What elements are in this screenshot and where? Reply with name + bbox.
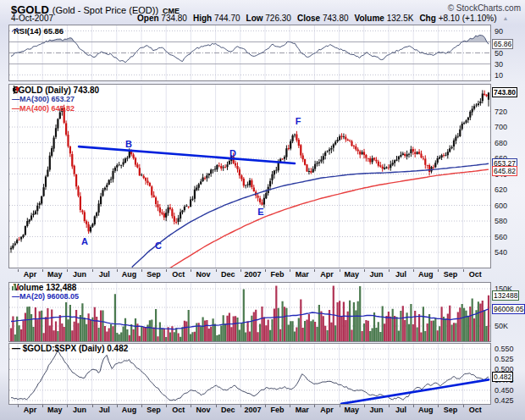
month-tick — [389, 269, 390, 272]
month-label: May — [344, 406, 359, 414]
ma300-line — [132, 163, 489, 267]
month-label: Jun — [369, 270, 383, 279]
annotation-F: F — [296, 116, 301, 126]
axis-tick-label: 700 — [495, 123, 507, 131]
month-label: Dec — [221, 406, 235, 414]
price-value-box: 743.80 — [492, 87, 517, 97]
axis-tick-label: 30 — [495, 60, 503, 69]
month-label: Sep — [146, 406, 161, 414]
month-label: Aug — [418, 406, 434, 414]
month-tick — [240, 269, 241, 272]
quote-change: Chg +8.10 (+1.10%) — [419, 14, 496, 23]
month-tick — [67, 269, 68, 272]
month-label: Jun — [73, 270, 86, 279]
annotation-D: D — [229, 148, 236, 158]
month-tick — [92, 405, 93, 407]
month-tick — [438, 405, 439, 407]
quote-close: Close 743.80 — [297, 14, 349, 23]
month-tick — [389, 405, 390, 407]
ma400-line-swatch: — — [12, 104, 19, 113]
volume-value: 132,488 — [46, 283, 76, 292]
month-label: Nov — [196, 406, 210, 414]
rsi-overbought-fill — [11, 36, 489, 63]
volume-panel: Volume 132,488 —MA(20) 96008.05 — [8, 282, 491, 342]
month-tick — [314, 405, 315, 407]
month-label: Sep — [444, 270, 458, 279]
month-tick — [18, 269, 19, 272]
month-tick — [364, 405, 365, 407]
month-tick — [290, 405, 290, 407]
month-label: Aug — [122, 270, 137, 279]
month-tick — [413, 269, 414, 272]
price-value: 743.80 — [74, 86, 100, 95]
month-tick — [18, 405, 19, 407]
rsi-value-box: 65.86 — [492, 39, 513, 49]
axis-tick-label: 620 — [495, 185, 507, 194]
month-label: May — [344, 270, 359, 279]
axis-tick-label: 680 — [495, 139, 507, 147]
axis-tick-label: 0.550 — [495, 345, 514, 353]
month-tick — [117, 405, 118, 407]
axis-tick-label: 720 — [495, 108, 507, 116]
month-tick — [42, 269, 43, 272]
ma400-value-box: 645.82 — [492, 166, 517, 176]
price-legend: $GOLD (Daily) 743.80 — [12, 86, 99, 95]
quote-open: Open 734.80 — [137, 14, 187, 23]
ma300-line-swatch: — — [12, 95, 19, 103]
price-chart-panel: ABCDEF $GOLD (Daily) 743.80 —MA(300) 653… — [8, 84, 491, 268]
month-label: Aug — [418, 270, 434, 279]
ratio-legend: — $GOLD:$SPX (Daily) 0.482 — [12, 344, 128, 353]
month-tick — [216, 269, 217, 272]
month-tick — [92, 269, 93, 272]
month-label: Apr — [320, 270, 334, 279]
month-label: Jul — [99, 270, 110, 279]
ratio-x-axis: AprMayJunJulAugSepOctNovDec2007FebMarApr… — [8, 405, 491, 416]
month-tick — [240, 405, 241, 407]
axis-tick-label: 560 — [495, 233, 507, 241]
month-tick — [216, 405, 217, 407]
stockcharts-copyright: © StockCharts.com — [448, 3, 521, 13]
change-up-arrow-icon: ▲ — [503, 15, 509, 21]
month-tick — [42, 405, 43, 407]
month-label: Feb — [271, 406, 285, 414]
volume-plot — [9, 283, 490, 341]
month-label: Oct — [469, 406, 482, 414]
month-label: Apr — [24, 270, 37, 279]
quote-high: High 744.70 — [193, 14, 240, 23]
annotation-B: B — [125, 139, 132, 149]
month-label: Jun — [369, 406, 383, 414]
month-tick — [463, 405, 464, 407]
stockcharts-chart-frame: $GOLD(Gold - Spot Price (EOD))CME © Stoc… — [0, 0, 525, 420]
axis-tick-label: 90 — [495, 27, 503, 36]
month-label: 2007 — [244, 270, 261, 279]
chart-date: 4-Oct-2007 — [11, 14, 53, 23]
month-label: Nov — [196, 270, 210, 279]
month-tick — [438, 269, 439, 272]
month-label: Oct — [469, 270, 482, 279]
month-tick — [117, 269, 118, 272]
axis-tick-label: 0.425 — [495, 396, 514, 405]
gold-spx-ratio-panel: — $GOLD:$SPX (Daily) 0.482 — [8, 343, 491, 405]
month-label: Jul — [99, 406, 110, 414]
month-tick — [290, 269, 290, 272]
quote-low: Low 726.30 — [246, 14, 291, 23]
month-label: Dec — [221, 270, 235, 279]
month-tick — [166, 405, 167, 407]
month-label: Apr — [24, 406, 37, 414]
ratio-trendline — [341, 379, 489, 404]
ma400-line — [169, 169, 489, 268]
candle-wicks-down — [19, 91, 487, 240]
month-tick — [265, 269, 266, 272]
price-x-axis: AprMayJunJulAugSepOctNovDec2007FebMarApr… — [8, 269, 491, 280]
month-tick — [191, 405, 191, 407]
axis-tick-label: 600 — [495, 202, 507, 210]
ratio-line-swatch: — — [12, 344, 23, 353]
price-plot: ABCDEF — [9, 85, 490, 268]
axis-tick-label: 10 — [495, 71, 503, 80]
month-label: Sep — [444, 406, 458, 414]
month-tick — [340, 269, 340, 272]
ratio-line — [11, 351, 489, 401]
rsi-indicator-panel: RSI(14) 65.86 — [8, 25, 491, 81]
ratio-value-box: 0.482 — [492, 372, 513, 382]
ratio-value: 0.482 — [107, 344, 128, 353]
